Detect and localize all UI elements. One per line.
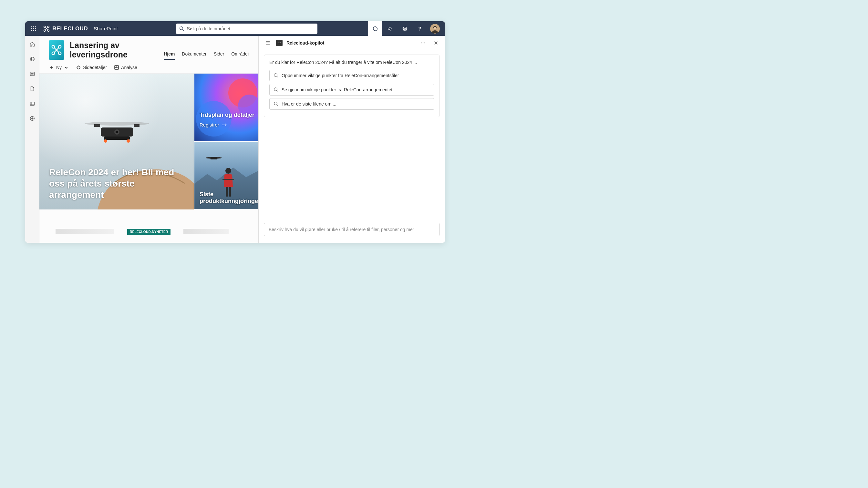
- chart-icon: [114, 65, 119, 70]
- settings-button[interactable]: [398, 21, 412, 36]
- svg-point-13: [180, 27, 183, 30]
- svg-point-57: [424, 42, 425, 43]
- list-icon: [29, 101, 35, 106]
- app-window: RELECLOUD SharePoint: [25, 21, 445, 243]
- svg-point-18: [404, 28, 406, 29]
- copilot-panel: Relecloud-kopilot Er du klar for ReleCon…: [258, 36, 445, 243]
- copilot-app-badge: [276, 40, 283, 46]
- hero-card-1-link[interactable]: Registrer: [199, 122, 227, 128]
- news-icon: [29, 71, 35, 77]
- site-logo: [49, 40, 64, 60]
- svg-point-58: [274, 73, 277, 76]
- svg-point-7: [33, 30, 34, 31]
- hero-card-1-title: Tidsplan og detaljer: [199, 112, 255, 119]
- site-header: Lansering av leveringsdrone Hjem Dokumen…: [39, 36, 258, 60]
- close-icon: [434, 41, 438, 45]
- svg-point-60: [274, 102, 277, 105]
- app-launcher-button[interactable]: [28, 23, 39, 35]
- news-item-3[interactable]: [183, 229, 228, 235]
- help-button[interactable]: [413, 21, 427, 36]
- home-icon: [29, 41, 35, 47]
- copilot-header: Relecloud-kopilot: [259, 36, 445, 50]
- svg-point-15: [373, 26, 377, 31]
- svg-rect-38: [104, 136, 130, 140]
- svg-rect-54: [222, 179, 234, 180]
- news-badge: RELECLOUD-NYHETER: [127, 229, 170, 235]
- svg-line-14: [182, 29, 184, 31]
- new-button[interactable]: Ny: [49, 65, 69, 70]
- plus-circle-icon: [29, 116, 35, 121]
- hero-main-tile[interactable]: ReleCon 2024 er her! Bli med oss på året…: [39, 73, 194, 209]
- nav-create[interactable]: [27, 113, 37, 124]
- site-title: Lansering av leveringsdrone: [70, 41, 153, 59]
- copilot-close-button[interactable]: [431, 38, 440, 47]
- page-toolbar: Ny Sidedetaljer Analyse: [39, 62, 258, 73]
- hero-card-2-title: Siste produktkunngjøringer: [199, 191, 255, 205]
- nav-news[interactable]: [27, 69, 37, 79]
- news-section: RELECLOUD-NYHETER: [39, 209, 258, 235]
- brand-logo: RELECLOUD: [43, 26, 88, 32]
- hero-card-announcements[interactable]: Siste produktkunngjøringer: [194, 142, 258, 209]
- page-details-button[interactable]: Sidedetaljer: [76, 65, 107, 70]
- copilot-title: Relecloud-kopilot: [286, 40, 414, 45]
- top-bar: RELECLOUD SharePoint: [25, 21, 445, 36]
- copilot-body: Er du klar for ReleCon 2024? Få alt du t…: [259, 50, 445, 223]
- nav-tab-pages[interactable]: Sider: [214, 51, 224, 60]
- svg-point-0: [31, 26, 32, 27]
- topbar-actions: [368, 21, 442, 36]
- svg-point-39: [104, 139, 107, 143]
- svg-point-8: [35, 30, 36, 31]
- nav-tab-documents[interactable]: Dokumenter: [182, 51, 206, 60]
- svg-point-2: [35, 26, 36, 27]
- nav-tab-home[interactable]: Hjem: [164, 51, 175, 60]
- svg-rect-25: [30, 102, 34, 105]
- brand-name: RELECLOUD: [52, 26, 88, 32]
- svg-point-31: [77, 66, 80, 69]
- copilot-suggestion-1[interactable]: Oppsummer viktige punkter fra ReleCon-ar…: [269, 70, 434, 82]
- copilot-suggestion-3[interactable]: Hva er de siste filene om ...: [269, 98, 434, 110]
- news-thumbnail: [56, 229, 114, 234]
- news-item-1[interactable]: [56, 229, 114, 235]
- hero-card-schedule[interactable]: Tidsplan og detaljer Registrer: [194, 73, 258, 141]
- site-nav: Hjem Dokumenter Sider Områdei: [164, 40, 249, 60]
- copilot-icon: [372, 26, 378, 32]
- user-avatar[interactable]: [430, 24, 440, 34]
- copilot-prompt-input[interactable]: [264, 223, 440, 236]
- copilot-intro-text: Er du klar for ReleCon 2024? Få alt du t…: [269, 59, 434, 66]
- announcements-button[interactable]: [383, 21, 397, 36]
- nav-tab-site-contents[interactable]: Områdei: [231, 51, 249, 60]
- waffle-icon: [31, 26, 36, 31]
- nav-lists[interactable]: [27, 98, 37, 109]
- svg-point-55: [421, 42, 422, 43]
- more-icon: [421, 40, 426, 45]
- arrow-right-icon: [222, 123, 227, 127]
- svg-point-1: [33, 26, 34, 27]
- copilot-more-button[interactable]: [418, 38, 428, 47]
- copilot-toggle-button[interactable]: [368, 21, 382, 36]
- chevron-down-icon: [64, 65, 69, 70]
- copilot-starter-card: Er du klar for ReleCon 2024? Få alt du t…: [264, 55, 440, 117]
- search-icon: [179, 26, 184, 31]
- svg-point-47: [196, 101, 231, 136]
- megaphone-icon: [387, 26, 393, 32]
- svg-point-44: [116, 131, 118, 133]
- suite-name: SharePoint: [94, 26, 118, 31]
- nav-sites[interactable]: [27, 54, 37, 64]
- search-box[interactable]: [176, 24, 317, 34]
- copilot-badge-icon: [277, 41, 281, 45]
- news-item-2[interactable]: RELECLOUD-NYHETER: [127, 229, 170, 235]
- globe-icon: [29, 56, 35, 62]
- file-icon: [29, 86, 35, 92]
- left-rail: [25, 36, 39, 243]
- svg-rect-41: [94, 124, 100, 127]
- copilot-suggestion-2[interactable]: Se gjennom viktige punkter fra ReleCon-a…: [269, 84, 434, 96]
- nav-files[interactable]: [27, 84, 37, 94]
- nav-home[interactable]: [27, 39, 37, 50]
- search-input[interactable]: [187, 26, 314, 31]
- analytics-button[interactable]: Analyse: [114, 65, 137, 70]
- gear-icon: [402, 26, 408, 32]
- drone-brand-icon: [43, 26, 50, 32]
- svg-point-3: [31, 28, 32, 29]
- copilot-menu-button[interactable]: [263, 38, 272, 47]
- svg-point-16: [373, 26, 377, 31]
